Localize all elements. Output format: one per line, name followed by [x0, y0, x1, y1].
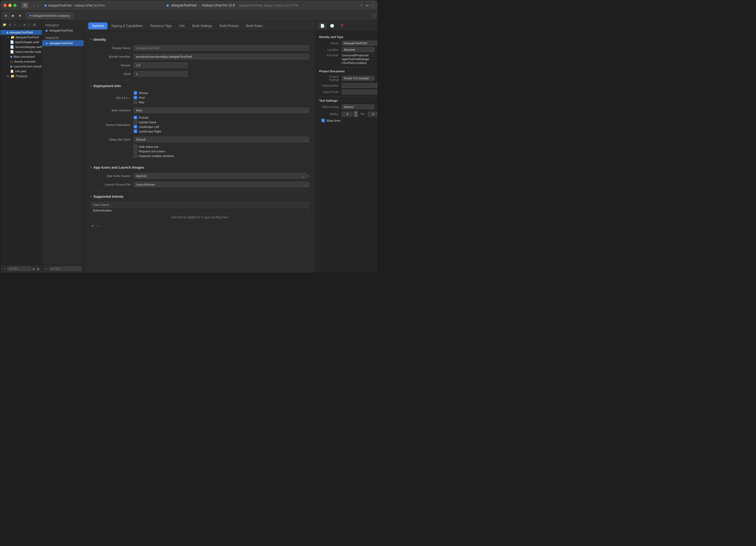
sidebar-item-products[interactable]: ▶ 📁 Products	[0, 74, 42, 79]
status-bar-select[interactable]: Default	[134, 137, 309, 142]
inspector-tab-help[interactable]: ❓	[338, 23, 346, 29]
inspector-toggle-button[interactable]: ⬚	[371, 3, 374, 8]
app-icons-select[interactable]: AppIcon	[134, 173, 307, 179]
tab-signing[interactable]: Signing & Capabilities	[107, 22, 147, 29]
sidebar-item-viewcontroller[interactable]: 📄 ViewController.swift	[0, 49, 42, 54]
ios-deployment-row: iOS 14.0 ◇ iPhone iPad Mac	[90, 91, 309, 105]
scheme-name[interactable]: delegateTextField	[48, 4, 71, 7]
sidebar-tool-breakpoint[interactable]: ⬡	[27, 22, 31, 27]
sidebar-item-appdelegate[interactable]: 📄 AppDelegate.swift	[0, 40, 42, 45]
device-name[interactable]: mickey's iPad Pro 12.9	[202, 4, 235, 7]
add-target-button[interactable]: ＋	[44, 267, 48, 272]
panel-filter-input[interactable]	[54, 267, 80, 270]
sidebar-toggle-button[interactable]: ☰	[22, 3, 28, 8]
sidebar-item-main-storyboard[interactable]: ◆ Main.storyboard	[0, 54, 42, 59]
tab-build-rules[interactable]: Build Rules	[242, 22, 266, 29]
close-button[interactable]	[4, 4, 7, 7]
xcodeproj-tab[interactable]: ◆ delegateTextField.xcodeproj	[26, 13, 73, 19]
insp-tab-width-input[interactable]	[342, 112, 353, 117]
supported-intents-section-header[interactable]: ▾ Supported Intents	[90, 195, 309, 199]
hide-filter-button[interactable]: ⊞	[36, 267, 40, 271]
right-inspector-toggle[interactable]: ⬚	[372, 13, 376, 18]
upside-down-row: Upside Down	[134, 120, 309, 124]
sidebar-tool-folder[interactable]: 📁	[2, 22, 7, 27]
sidebar-tool-git[interactable]: ⬦	[18, 23, 22, 27]
insp-name-input[interactable]	[342, 41, 378, 46]
sidebar-item-launch-storyboard[interactable]: ◆ LaunchScreen.storyboard	[0, 64, 42, 69]
tab-resource-tags[interactable]: Resource Tags	[146, 22, 175, 29]
fullscreen-button[interactable]: ⇔	[366, 3, 369, 8]
multiple-windows-checkbox[interactable]	[134, 154, 137, 158]
app-icons-info-button[interactable]: ℹ	[308, 174, 309, 178]
sidebar-tool-warning[interactable]: ⚠	[13, 22, 17, 27]
landscape-left-checkbox[interactable]	[134, 125, 137, 128]
landscape-right-checkbox[interactable]	[134, 130, 137, 133]
display-name-input[interactable]	[134, 45, 309, 51]
tab-stepper-up[interactable]: ▲	[354, 111, 358, 114]
main-area: 📁 ⊘ ⚠ ⬦ ◈ ⬡ ▤ ▾ ◆ delegateTextField ▾	[0, 21, 378, 273]
launch-screen-select[interactable]: LaunchScreen	[134, 182, 309, 187]
nav-back-button[interactable]: ‹	[33, 3, 36, 8]
filter-input[interactable]	[12, 267, 29, 270]
display-name-row: Display Name	[90, 45, 309, 51]
sidebar-item-plist[interactable]: 📋 Info.plist	[0, 69, 42, 74]
full-screen-checkbox[interactable]	[134, 150, 137, 153]
identity-section-header[interactable]: ▾ Identity	[90, 38, 309, 42]
hide-status-checkbox[interactable]	[134, 145, 137, 148]
insp-indent-width-input[interactable]	[368, 112, 378, 117]
target-item-icon: ◆	[45, 41, 48, 45]
app-icons-section-header[interactable]: ▾ App Icons and Launch Images	[90, 165, 309, 170]
bundle-id-input[interactable]	[134, 54, 309, 59]
tab-build-phases[interactable]: Build Phases	[216, 22, 242, 29]
filter-options-button[interactable]: ⊕	[32, 267, 35, 271]
iphone-checkbox[interactable]	[134, 91, 137, 95]
inspector-tab-history[interactable]: 🕐	[328, 23, 336, 29]
tab-info[interactable]: Info	[175, 22, 188, 29]
targets-section-label: TARGETS	[42, 36, 84, 40]
insp-format-select[interactable]: Xcode 9.3-compatible	[342, 76, 374, 81]
sidebar-item-scenedelegate[interactable]: 📄 SceneDelegate.swift	[0, 45, 42, 49]
sidebar-item-xcodeproj[interactable]: ▾ ◆ delegateTextField	[0, 30, 42, 35]
main-interface-select[interactable]: Main	[134, 108, 309, 113]
identity-chevron: ▾	[90, 38, 92, 41]
portrait-checkbox[interactable]	[134, 116, 137, 119]
add-intent-button[interactable]: ＋	[90, 223, 95, 229]
insp-location-select[interactable]: Absolute	[342, 47, 374, 52]
add-file-button[interactable]: ＋	[2, 267, 6, 272]
layout-toggle-button[interactable]: ⊞	[3, 13, 9, 18]
sidebar-tool-bookmark[interactable]: ◈	[22, 22, 26, 27]
deployment-section-header[interactable]: ▾ Deployment Info	[90, 84, 309, 88]
run-button[interactable]: ▶	[10, 13, 16, 18]
sidebar-tool-report[interactable]: ▤	[32, 22, 36, 27]
stop-button[interactable]: ■	[17, 13, 23, 18]
insp-class-prefix-input[interactable]	[342, 90, 378, 94]
sidebar-item-folder[interactable]: ▾ 📁 delegateTextField	[0, 35, 42, 40]
mac-checkbox[interactable]	[134, 100, 137, 104]
add-button[interactable]: ＋	[360, 3, 363, 8]
target-item[interactable]: ◆ delegateTextField	[42, 40, 84, 46]
inspector-tab-file[interactable]: 📄	[318, 23, 327, 29]
remove-intent-button[interactable]: －	[96, 223, 100, 229]
insp-indent-select[interactable]: Spaces	[342, 104, 374, 109]
minimize-button[interactable]	[8, 4, 12, 7]
insp-fullpath-icon[interactable]: ⬚	[372, 54, 374, 57]
project-item[interactable]: ◆ delegateTextField	[42, 28, 84, 33]
insp-org-input[interactable]	[342, 83, 378, 88]
ipad-checkbox[interactable]	[134, 96, 137, 99]
insp-wrap-lines-checkbox[interactable]	[321, 119, 325, 122]
sidebar-tool-search[interactable]: ⊘	[8, 22, 12, 27]
tab-general[interactable]: General	[88, 22, 107, 29]
sidebar-item-assets[interactable]: 🗂 Assets.xcassets	[0, 59, 42, 64]
scheme-name-center[interactable]: delegateTextField	[171, 4, 197, 7]
tab-stepper-down[interactable]: ▼	[354, 114, 358, 117]
version-input[interactable]	[134, 63, 188, 68]
device-breadcrumb[interactable]: mickey's iPad 12.9 Pro	[75, 4, 105, 7]
sidebar-toolbar: 📁 ⊘ ⚠ ⬦ ◈ ⬡ ▤	[0, 21, 42, 29]
insp-wrap-lines-row: Wrap lines	[321, 119, 374, 122]
insp-fullpath-text: /Users/swiftProject/delegateTextField/de…	[342, 54, 370, 65]
nav-forward-button[interactable]: ›	[37, 3, 40, 8]
upside-down-checkbox[interactable]	[134, 120, 137, 124]
build-input[interactable]	[134, 71, 188, 77]
tab-build-settings[interactable]: Build Settings	[188, 22, 216, 29]
maximize-button[interactable]	[13, 4, 16, 7]
